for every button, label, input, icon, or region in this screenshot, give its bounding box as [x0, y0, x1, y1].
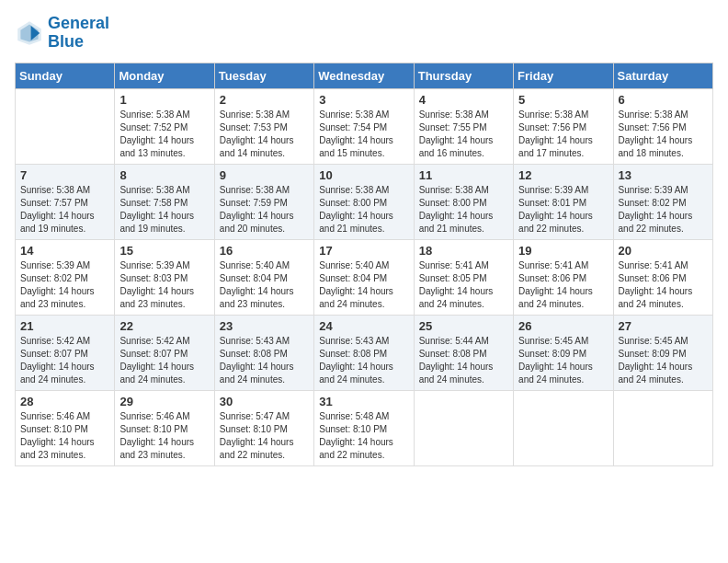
day-info: Sunrise: 5:42 AM Sunset: 8:07 PM Dayligh… [20, 335, 109, 386]
calendar-cell: 2Sunrise: 5:38 AM Sunset: 7:53 PM Daylig… [214, 88, 313, 164]
calendar-cell: 4Sunrise: 5:38 AM Sunset: 7:55 PM Daylig… [414, 88, 513, 164]
day-number: 25 [419, 319, 508, 333]
day-info: Sunrise: 5:39 AM Sunset: 8:02 PM Dayligh… [619, 184, 708, 236]
logo-icon [15, 18, 44, 48]
day-info: Sunrise: 5:43 AM Sunset: 8:08 PM Dayligh… [220, 335, 309, 386]
calendar-cell: 6Sunrise: 5:38 AM Sunset: 7:56 PM Daylig… [613, 88, 712, 164]
calendar-cell: 15Sunrise: 5:39 AM Sunset: 8:03 PM Dayli… [115, 239, 214, 315]
day-number: 26 [518, 319, 608, 333]
day-number: 24 [319, 319, 408, 333]
day-number: 9 [220, 168, 309, 182]
day-info: Sunrise: 5:48 AM Sunset: 8:10 PM Dayligh… [319, 410, 408, 462]
col-header-sunday: Sunday [16, 63, 115, 88]
calendar-cell: 11Sunrise: 5:38 AM Sunset: 8:00 PM Dayli… [414, 164, 513, 239]
day-info: Sunrise: 5:38 AM Sunset: 7:53 PM Dayligh… [220, 109, 309, 160]
day-number: 8 [119, 168, 209, 182]
day-number: 18 [419, 244, 508, 258]
calendar-cell: 20Sunrise: 5:41 AM Sunset: 8:06 PM Dayli… [613, 239, 712, 315]
calendar-cell: 12Sunrise: 5:39 AM Sunset: 8:01 PM Dayli… [514, 164, 613, 239]
day-number: 17 [319, 244, 408, 258]
day-number: 11 [419, 168, 508, 182]
day-number: 4 [419, 93, 508, 107]
calendar-cell: 23Sunrise: 5:43 AM Sunset: 8:08 PM Dayli… [214, 315, 313, 390]
day-number: 14 [20, 244, 109, 258]
calendar-cell [613, 390, 712, 465]
calendar-cell: 18Sunrise: 5:41 AM Sunset: 8:05 PM Dayli… [414, 239, 513, 315]
day-number: 29 [119, 395, 209, 408]
day-number: 30 [220, 395, 309, 408]
day-info: Sunrise: 5:41 AM Sunset: 8:06 PM Dayligh… [518, 259, 608, 311]
day-number: 5 [518, 93, 608, 107]
day-number: 23 [220, 319, 309, 333]
day-number: 27 [619, 319, 708, 333]
day-info: Sunrise: 5:41 AM Sunset: 8:05 PM Dayligh… [419, 259, 508, 311]
col-header-saturday: Saturday [613, 63, 712, 88]
day-info: Sunrise: 5:38 AM Sunset: 7:56 PM Dayligh… [518, 109, 608, 160]
day-number: 3 [319, 93, 408, 107]
day-info: Sunrise: 5:40 AM Sunset: 8:04 PM Dayligh… [319, 259, 408, 311]
day-info: Sunrise: 5:39 AM Sunset: 8:01 PM Dayligh… [518, 184, 608, 236]
day-info: Sunrise: 5:38 AM Sunset: 7:54 PM Dayligh… [319, 109, 408, 160]
calendar-cell: 17Sunrise: 5:40 AM Sunset: 8:04 PM Dayli… [314, 239, 414, 315]
calendar-cell: 21Sunrise: 5:42 AM Sunset: 8:07 PM Dayli… [16, 315, 115, 390]
calendar-cell: 25Sunrise: 5:44 AM Sunset: 8:08 PM Dayli… [414, 315, 513, 390]
col-header-friday: Friday [514, 63, 613, 88]
day-number: 21 [20, 319, 109, 333]
calendar-cell: 8Sunrise: 5:38 AM Sunset: 7:58 PM Daylig… [115, 164, 214, 239]
col-header-thursday: Thursday [414, 63, 513, 88]
day-info: Sunrise: 5:40 AM Sunset: 8:04 PM Dayligh… [220, 259, 309, 311]
calendar-cell: 5Sunrise: 5:38 AM Sunset: 7:56 PM Daylig… [514, 88, 613, 164]
calendar-cell: 19Sunrise: 5:41 AM Sunset: 8:06 PM Dayli… [514, 239, 613, 315]
day-number: 13 [619, 168, 708, 182]
day-info: Sunrise: 5:45 AM Sunset: 8:09 PM Dayligh… [518, 335, 608, 386]
logo: General Blue [15, 15, 109, 52]
calendar-cell: 7Sunrise: 5:38 AM Sunset: 7:57 PM Daylig… [16, 164, 115, 239]
day-number: 15 [119, 244, 209, 258]
page-header: General Blue [15, 15, 713, 52]
calendar-cell: 3Sunrise: 5:38 AM Sunset: 7:54 PM Daylig… [314, 88, 414, 164]
calendar-cell: 29Sunrise: 5:46 AM Sunset: 8:10 PM Dayli… [115, 390, 214, 465]
calendar-cell: 27Sunrise: 5:45 AM Sunset: 8:09 PM Dayli… [613, 315, 712, 390]
day-info: Sunrise: 5:45 AM Sunset: 8:09 PM Dayligh… [619, 335, 708, 386]
day-number: 31 [319, 395, 408, 408]
day-info: Sunrise: 5:44 AM Sunset: 8:08 PM Dayligh… [419, 335, 508, 386]
calendar-cell: 16Sunrise: 5:40 AM Sunset: 8:04 PM Dayli… [214, 239, 313, 315]
calendar-cell [414, 390, 513, 465]
calendar-cell: 28Sunrise: 5:46 AM Sunset: 8:10 PM Dayli… [16, 390, 115, 465]
calendar-cell: 14Sunrise: 5:39 AM Sunset: 8:02 PM Dayli… [16, 239, 115, 315]
day-info: Sunrise: 5:41 AM Sunset: 8:06 PM Dayligh… [619, 259, 708, 311]
day-number: 22 [119, 319, 209, 333]
logo-text: General Blue [48, 15, 109, 52]
calendar-cell: 30Sunrise: 5:47 AM Sunset: 8:10 PM Dayli… [214, 390, 313, 465]
calendar-cell: 26Sunrise: 5:45 AM Sunset: 8:09 PM Dayli… [514, 315, 613, 390]
calendar-cell: 13Sunrise: 5:39 AM Sunset: 8:02 PM Dayli… [613, 164, 712, 239]
calendar-cell [514, 390, 613, 465]
calendar-cell: 22Sunrise: 5:42 AM Sunset: 8:07 PM Dayli… [115, 315, 214, 390]
calendar-cell [16, 88, 115, 164]
day-info: Sunrise: 5:43 AM Sunset: 8:08 PM Dayligh… [319, 335, 408, 386]
day-number: 2 [220, 93, 309, 107]
day-number: 20 [619, 244, 708, 258]
day-info: Sunrise: 5:38 AM Sunset: 7:58 PM Dayligh… [119, 184, 209, 236]
calendar-cell: 1Sunrise: 5:38 AM Sunset: 7:52 PM Daylig… [115, 88, 214, 164]
day-info: Sunrise: 5:46 AM Sunset: 8:10 PM Dayligh… [20, 410, 109, 462]
calendar-table: SundayMondayTuesdayWednesdayThursdayFrid… [15, 63, 713, 466]
day-info: Sunrise: 5:38 AM Sunset: 7:57 PM Dayligh… [20, 184, 109, 236]
day-info: Sunrise: 5:38 AM Sunset: 7:55 PM Dayligh… [419, 109, 508, 160]
day-info: Sunrise: 5:38 AM Sunset: 7:59 PM Dayligh… [220, 184, 309, 236]
day-info: Sunrise: 5:42 AM Sunset: 8:07 PM Dayligh… [119, 335, 209, 386]
day-number: 10 [319, 168, 408, 182]
day-info: Sunrise: 5:38 AM Sunset: 7:56 PM Dayligh… [619, 109, 708, 160]
calendar-cell: 24Sunrise: 5:43 AM Sunset: 8:08 PM Dayli… [314, 315, 414, 390]
day-number: 16 [220, 244, 309, 258]
day-number: 7 [20, 168, 109, 182]
calendar-cell: 10Sunrise: 5:38 AM Sunset: 8:00 PM Dayli… [314, 164, 414, 239]
day-info: Sunrise: 5:39 AM Sunset: 8:03 PM Dayligh… [119, 259, 209, 311]
col-header-monday: Monday [115, 63, 214, 88]
day-number: 19 [518, 244, 608, 258]
day-info: Sunrise: 5:39 AM Sunset: 8:02 PM Dayligh… [20, 259, 109, 311]
calendar-cell: 9Sunrise: 5:38 AM Sunset: 7:59 PM Daylig… [214, 164, 313, 239]
day-info: Sunrise: 5:38 AM Sunset: 7:52 PM Dayligh… [119, 109, 209, 160]
calendar-cell: 31Sunrise: 5:48 AM Sunset: 8:10 PM Dayli… [314, 390, 414, 465]
day-number: 28 [20, 395, 109, 408]
